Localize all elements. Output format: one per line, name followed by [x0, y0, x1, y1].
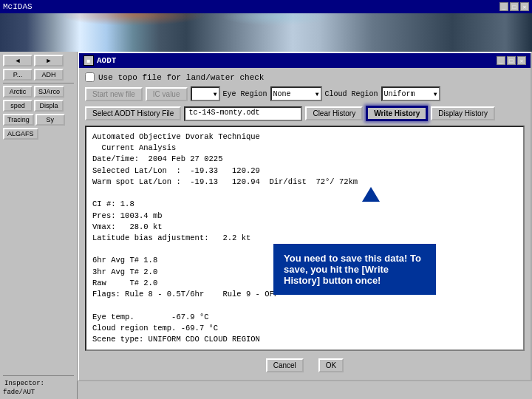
ok-button[interactable]: OK: [318, 358, 344, 372]
clear-history-button[interactable]: Clear History: [305, 106, 363, 120]
output-line: Warm spot Lat/Lon : -19.13 120.94 Dir/di…: [92, 177, 517, 188]
sidebar-next-button[interactable]: ►: [34, 55, 64, 66]
output-line: Cloud region temp. -69.7 °C: [92, 323, 517, 334]
aodt-dialog: ■ AODT _ □ ✕ Use topo file for land/wate…: [78, 52, 532, 381]
history-file-row: Select AODT History File tc-14S-monty.od…: [85, 106, 525, 121]
callout-text: You need to save this data! To save, you…: [284, 253, 421, 286]
output-line: Automated Objective Dvorak Technique: [92, 132, 517, 143]
output-line: Date/Time: 2004 Feb 27 0225: [92, 154, 517, 165]
close-button[interactable]: ✕: [520, 2, 529, 11]
sidebar-arctic-button[interactable]: Arctic: [3, 86, 33, 98]
output-line: Current Analysis: [92, 143, 517, 154]
sidebar-sped-button[interactable]: sped: [3, 100, 33, 112]
output-area: Automated Objective Dvorak Technique Cur…: [85, 126, 525, 351]
cloud-region-dropdown[interactable]: Uniform ▼: [381, 86, 440, 101]
left-sidebar: ◄ ► P... ADH Arctic SJArco sped Displa T…: [0, 52, 78, 399]
eye-region-label: Eye Region: [223, 90, 267, 98]
aodt-minimize-button[interactable]: _: [497, 56, 505, 65]
ic-value-button[interactable]: IC value: [146, 87, 188, 101]
cloud-region-value: Uniform: [384, 90, 415, 98]
write-history-button[interactable]: Write History: [366, 106, 428, 121]
output-line: [92, 188, 517, 199]
toolbar-row: Start new file IC value ▼ Eye Region Non…: [85, 86, 525, 101]
eye-region-dropdown[interactable]: None ▼: [270, 86, 322, 101]
bottom-buttons-row: Cancel OK: [85, 355, 525, 375]
output-line: [92, 300, 517, 311]
sidebar-sjarco-button[interactable]: SJArco: [34, 86, 64, 98]
sidebar-nav-row: ◄ ►: [3, 55, 74, 66]
aodt-title: AODT: [97, 56, 116, 65]
history-filename: tc-14S-monty.odt: [184, 106, 302, 121]
callout-box: You need to save this data! To save, you…: [273, 244, 436, 295]
sidebar-displa-button[interactable]: Displa: [34, 100, 64, 112]
minimize-button[interactable]: _: [499, 2, 508, 11]
window-title: McIDAS: [3, 2, 33, 11]
start-new-file-button[interactable]: Start new file: [85, 87, 143, 101]
aodt-close-button[interactable]: ✕: [517, 56, 526, 65]
output-line: Latitude bias adjustment: 2.2 kt: [92, 233, 517, 244]
output-line: Eye temp. -67.9 °C: [92, 312, 517, 323]
output-line: Vmax: 28.0 kt: [92, 222, 517, 233]
callout-arrow: [362, 187, 380, 202]
topo-checkbox-label: Use topo file for land/water check: [98, 73, 264, 82]
sidebar-tracing-button[interactable]: Tracing: [3, 114, 34, 126]
sidebar-adh-button[interactable]: ADH: [34, 69, 64, 81]
output-line: Scene type: UNIFORM CDO CLOUD REGION: [92, 334, 517, 345]
topo-checkbox[interactable]: [85, 72, 95, 82]
sidebar-p-button[interactable]: P...: [3, 69, 33, 81]
cancel-button[interactable]: Cancel: [266, 358, 304, 372]
sidebar-prev-button[interactable]: ◄: [3, 55, 33, 66]
sidebar-algafs-button[interactable]: ALGAFS: [3, 128, 38, 140]
output-line: Pres: 1003.4 mb: [92, 211, 517, 222]
cloud-region-label: Cloud Region: [325, 90, 378, 98]
topo-checkbox-row: Use topo file for land/water check: [85, 72, 525, 82]
aodt-maximize-button[interactable]: □: [507, 56, 516, 65]
maximize-button[interactable]: □: [510, 2, 519, 11]
display-history-button[interactable]: Display History: [431, 106, 495, 120]
aodt-icon: ■: [83, 55, 94, 66]
select-aodt-history-button[interactable]: Select AODT History File: [85, 106, 181, 120]
sidebar-sy-button[interactable]: Sy: [35, 114, 65, 126]
ic-value-dropdown[interactable]: ▼: [191, 86, 220, 101]
output-line: Selected Lat/Lon : -19.33 120.29: [92, 166, 517, 177]
window-controls: _ □ ✕: [499, 2, 529, 11]
aodt-titlebar: ■ AODT _ □ ✕: [79, 53, 531, 68]
window-titlebar: McIDAS _ □ ✕: [0, 0, 532, 13]
eye-region-value: None: [273, 90, 291, 98]
output-line: CI #: 1.8: [92, 199, 517, 210]
inspector-label: Inspector: fade/AUT: [3, 378, 44, 398]
output-wrapper: Automated Objective Dvorak Technique Cur…: [85, 126, 525, 351]
